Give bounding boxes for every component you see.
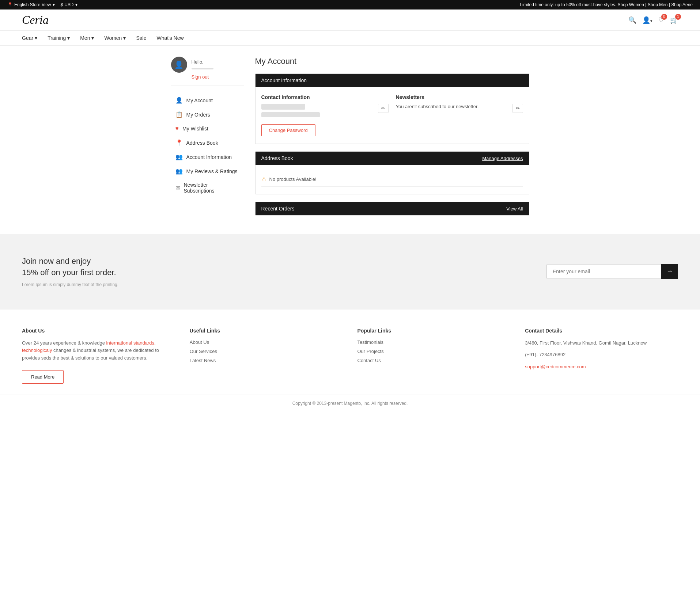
shop-aerie-link[interactable]: Shop Aerie xyxy=(671,2,693,7)
address-book-header: Address Book Manage Addresses xyxy=(256,152,529,165)
contact-info-title: Contact Information xyxy=(261,94,389,100)
account-information-body: Contact Information ✏ Newsletters ✏ You … xyxy=(256,87,529,144)
footer-contact-title: Contact Details xyxy=(525,328,678,334)
top-bar-left: 📍 English Store View ▾ $ USD ▾ xyxy=(7,2,77,7)
store-view-selector[interactable]: 📍 English Store View ▾ xyxy=(7,2,55,7)
footer-useful-links-title: Useful Links xyxy=(190,328,343,334)
recent-orders-header: Recent Orders View All xyxy=(256,202,529,215)
mail-icon: ✉ xyxy=(175,185,180,191)
sign-out-link[interactable]: Sign out xyxy=(192,74,209,80)
view-all-link[interactable]: View All xyxy=(506,206,523,212)
user-icon: 👤 xyxy=(175,97,183,104)
edit-newsletter-button[interactable]: ✏ xyxy=(512,104,523,113)
contact-info: 3/460, First Floor, Vishwas Khand, Gomti… xyxy=(525,339,678,371)
map-pin-icon: 📍 xyxy=(175,139,183,146)
footer-link-testimonials[interactable]: Testimonials xyxy=(357,339,511,345)
nav-item-women[interactable]: Women ▾ xyxy=(104,35,126,41)
sidebar-item-address-book[interactable]: 📍 Address Book xyxy=(171,136,244,150)
footer-link-projects[interactable]: Our Projects xyxy=(357,349,511,354)
newsletter-submit-button[interactable]: → xyxy=(661,264,678,279)
cart-icon[interactable]: 🛒 1 xyxy=(670,16,678,24)
dropdown-arrow: ▾ xyxy=(53,2,55,7)
chevron-down-icon: ▾ xyxy=(35,35,37,41)
sidebar-item-my-wishlist[interactable]: ♥ My Wishlist xyxy=(171,122,244,136)
dropdown-arrow: ▾ xyxy=(75,2,77,7)
footer-link-contact[interactable]: Contact Us xyxy=(357,358,511,363)
footer-link-services[interactable]: Our Services xyxy=(190,349,343,354)
sidebar-item-my-account[interactable]: 👤 My Account xyxy=(171,93,244,107)
sidebar-menu: 👤 My Account 📋 My Orders ♥ My Wishlist 📍… xyxy=(171,93,244,197)
location-icon: 📍 xyxy=(7,2,13,7)
newsletter-subtext: Lorem Ipsum is simply dummy text of the … xyxy=(22,282,118,287)
footer-bottom: Copyright © 2013-present Magento, Inc. A… xyxy=(0,395,700,412)
heart-icon: ♥ xyxy=(175,125,179,132)
newsletter-title: Newsletters xyxy=(396,94,523,100)
chevron-down-icon: ▾ xyxy=(91,35,94,41)
footer-about-text: Over 24 years experience & knowledge int… xyxy=(22,339,175,362)
sidebar-item-newsletter-subscriptions[interactable]: ✉ Newsletter Subscriptions xyxy=(171,178,244,197)
account-information-section: Account Information Contact Information … xyxy=(255,73,529,144)
warning-icon: ⚠ xyxy=(261,176,266,183)
contact-email: support@cedcommerce.com xyxy=(525,363,678,371)
account-information-title: Account Information xyxy=(261,77,307,83)
newsletter-heading: Join now and enjoy 15% off on your first… xyxy=(22,256,118,278)
sidebar: 👤 Hello, Sign out 👤 My Account 📋 My Orde… xyxy=(171,57,244,223)
user-circle-icon: 👥 xyxy=(175,153,183,160)
header: Ceria 🔍 👤▾ ♡ 0 🛒 1 xyxy=(0,10,700,31)
currency-selector[interactable]: $ USD ▾ xyxy=(61,2,77,7)
edit-contact-button[interactable]: ✏ xyxy=(378,104,389,113)
contact-address: 3/460, First Floor, Vishwas Khand, Gomti… xyxy=(525,339,678,347)
footer-about-title: About Us xyxy=(22,328,175,334)
search-icon[interactable]: 🔍 xyxy=(628,16,636,24)
account-icon[interactable]: 👤▾ xyxy=(642,16,652,24)
manage-addresses-link[interactable]: Manage Addresses xyxy=(482,156,523,161)
change-password-button[interactable]: Change Password xyxy=(261,124,315,136)
contact-email-link[interactable]: support@cedcommerce.com xyxy=(525,363,678,371)
orders-icon: 📋 xyxy=(175,111,183,118)
copyright-text: Copyright © 2013-present Magento, Inc. A… xyxy=(292,401,408,406)
recent-orders-title: Recent Orders xyxy=(261,206,295,212)
nav-item-training[interactable]: Training ▾ xyxy=(48,35,70,41)
footer-link-about[interactable]: About Us xyxy=(190,339,343,345)
newsletter-right: → xyxy=(546,264,678,279)
newsletter-block: Newsletters ✏ You aren't subscribed to o… xyxy=(396,94,523,118)
sidebar-item-my-orders[interactable]: 📋 My Orders xyxy=(171,107,244,122)
page-title: My Account xyxy=(255,57,529,66)
sidebar-username xyxy=(192,68,213,69)
read-more-button[interactable]: Read More xyxy=(22,370,64,384)
footer-link-latest-news[interactable]: Latest News xyxy=(190,358,343,363)
sidebar-profile: 👤 Hello, Sign out xyxy=(171,57,244,86)
footer-main: About Us Over 24 years experience & know… xyxy=(0,309,700,395)
footer-about-col: About Us Over 24 years experience & know… xyxy=(22,328,175,384)
reviews-icon: 👥 xyxy=(175,168,183,175)
name-placeholder xyxy=(261,104,305,110)
newsletter-status: You aren't subscribed to our newsletter. xyxy=(396,104,523,109)
dollar-icon: $ xyxy=(61,2,63,7)
newsletter-email-input[interactable] xyxy=(546,265,661,278)
logo[interactable]: Ceria xyxy=(22,13,49,27)
sidebar-item-reviews-ratings[interactable]: 👥 My Reviews & Ratings xyxy=(171,164,244,178)
nav-item-gear[interactable]: Gear ▾ xyxy=(22,35,37,41)
contact-info-block: Contact Information ✏ xyxy=(261,94,389,118)
shop-men-link[interactable]: Shop Men xyxy=(648,2,668,7)
top-bar: 📍 English Store View ▾ $ USD ▾ Limited t… xyxy=(0,0,700,10)
address-book-title: Address Book xyxy=(261,155,293,161)
recent-orders-section: Recent Orders View All xyxy=(255,202,529,216)
account-dropdown-arrow: ▾ xyxy=(650,19,652,23)
address-book-section: Address Book Manage Addresses ⚠ No produ… xyxy=(255,151,529,194)
sidebar-item-account-information[interactable]: 👥 Account Information xyxy=(171,150,244,164)
cart-badge: 1 xyxy=(675,14,681,20)
nav-item-men[interactable]: Men ▾ xyxy=(80,35,94,41)
no-products-message: ⚠ No products Available! xyxy=(261,172,523,187)
account-information-header: Account Information xyxy=(256,74,529,87)
chevron-down-icon: ▾ xyxy=(67,35,70,41)
account-content: My Account Account Information Contact I… xyxy=(255,57,529,223)
footer-popular-links-col: Popular Links Testimonials Our Projects … xyxy=(357,328,511,384)
nav-item-whats-new[interactable]: What's New xyxy=(156,35,183,41)
wishlist-icon[interactable]: ♡ 0 xyxy=(658,16,664,24)
nav-item-sale[interactable]: Sale xyxy=(136,35,146,41)
header-icons: 🔍 👤▾ ♡ 0 🛒 1 xyxy=(628,16,678,24)
main-content: 👤 Hello, Sign out 👤 My Account 📋 My Orde… xyxy=(149,46,551,234)
footer-highlight: international standards, technologicaly xyxy=(22,340,156,353)
shop-women-link[interactable]: Shop Women xyxy=(617,2,644,7)
